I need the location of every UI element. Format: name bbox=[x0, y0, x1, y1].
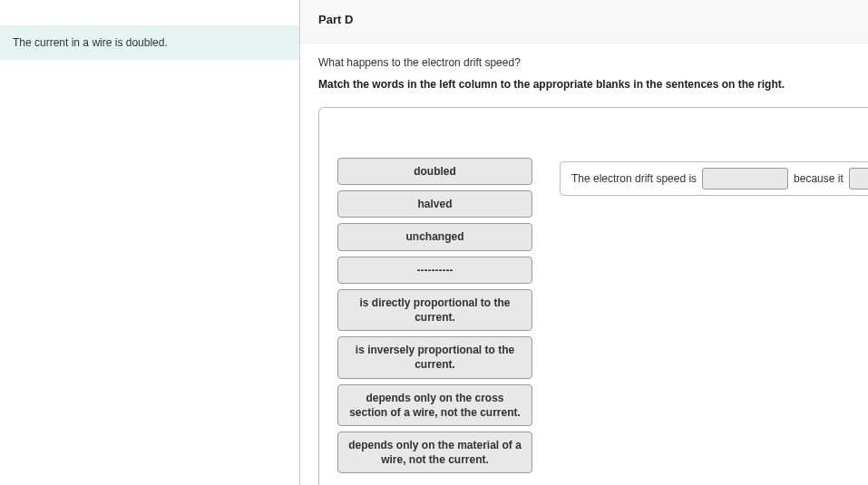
answer-tile[interactable]: ---------- bbox=[337, 257, 532, 284]
sentence-frame: The electron drift speed is because it bbox=[560, 161, 868, 196]
scenario-prompt: The current in a wire is doubled. bbox=[0, 25, 299, 60]
answer-tile[interactable]: halved bbox=[337, 190, 532, 218]
answer-tile[interactable]: unchanged bbox=[337, 223, 532, 250]
answer-tile[interactable]: is inversely proportional to the current… bbox=[337, 336, 532, 378]
answer-tile[interactable]: is directly proportional to the current. bbox=[337, 289, 532, 331]
work-panel: doubled halved unchanged ---------- is d… bbox=[318, 107, 868, 485]
left-column: The current in a wire is doubled. bbox=[0, 0, 299, 485]
answer-tile[interactable]: depends only on the material of a wire, … bbox=[337, 432, 532, 473]
sentence-segment: because it bbox=[794, 172, 844, 185]
answer-tiles-column: doubled halved unchanged ---------- is d… bbox=[337, 158, 532, 479]
part-header: Part D bbox=[300, 0, 868, 44]
sentence-area: The electron drift speed is because it bbox=[560, 158, 868, 196]
question-text: What happens to the electron drift speed… bbox=[318, 56, 850, 69]
right-column: Part D What happens to the electron drif… bbox=[300, 0, 868, 485]
instruction-text: Match the words in the left column to th… bbox=[318, 78, 850, 91]
answer-tile[interactable]: doubled bbox=[337, 158, 532, 185]
drop-slot-2[interactable] bbox=[849, 168, 868, 189]
drop-slot-1[interactable] bbox=[702, 168, 788, 189]
answer-tile[interactable]: depends only on the cross section of a w… bbox=[337, 384, 532, 426]
sentence-segment: The electron drift speed is bbox=[571, 172, 697, 185]
question-area: What happens to the electron drift speed… bbox=[300, 44, 868, 107]
